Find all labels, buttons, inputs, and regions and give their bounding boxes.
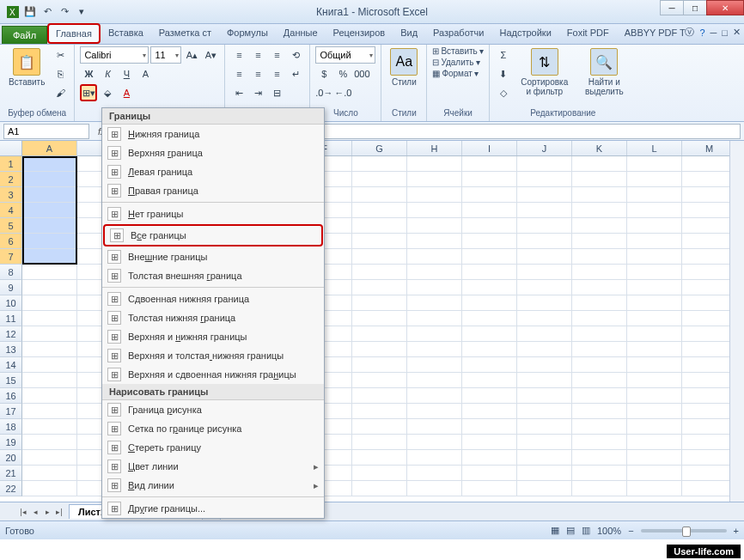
cell[interactable]	[627, 388, 682, 404]
cell[interactable]	[22, 234, 77, 249]
cell[interactable]	[627, 156, 682, 172]
cell[interactable]	[627, 218, 682, 234]
row-header[interactable]: 12	[0, 326, 22, 342]
row-header[interactable]: 21	[0, 466, 22, 481]
insert-cells-button[interactable]: ⊞ Вставить ▾	[432, 46, 483, 56]
cell[interactable]	[627, 326, 682, 342]
sort-filter-button[interactable]: ⇅ Сортировка и фильтр	[515, 46, 574, 98]
cell[interactable]	[517, 435, 572, 450]
row-header[interactable]: 8	[0, 265, 22, 280]
cell[interactable]	[517, 388, 572, 404]
fill-icon[interactable]: ⬇	[495, 65, 512, 82]
orientation-icon[interactable]: ⟲	[287, 46, 304, 64]
ribbon-tab-6[interactable]: Вид	[393, 23, 425, 44]
cell[interactable]	[517, 404, 572, 419]
cell[interactable]	[407, 172, 462, 187]
cell[interactable]	[627, 481, 682, 496]
cell[interactable]	[462, 234, 517, 249]
cell[interactable]	[352, 357, 407, 373]
cell[interactable]	[352, 156, 407, 172]
cell[interactable]	[572, 234, 627, 249]
cell[interactable]	[462, 265, 517, 280]
border-menu-item[interactable]: ⊞Внешние границы	[102, 247, 324, 266]
zoom-slider[interactable]	[641, 529, 727, 533]
cell[interactable]	[352, 419, 407, 435]
cell[interactable]	[517, 466, 572, 481]
row-header[interactable]: 5	[0, 218, 22, 234]
cell[interactable]	[462, 435, 517, 450]
redo-icon[interactable]: ↷	[57, 4, 72, 20]
border-menu-item[interactable]: ⊞Сетка по границе рисунка	[102, 419, 324, 438]
cell[interactable]	[517, 373, 572, 388]
cell[interactable]	[462, 388, 517, 404]
comma-icon[interactable]: 000	[353, 65, 370, 82]
cell[interactable]	[407, 466, 462, 481]
minimize-button[interactable]: ─	[660, 0, 684, 15]
cell[interactable]	[22, 311, 77, 326]
cell[interactable]	[352, 249, 407, 265]
row-header[interactable]: 3	[0, 187, 22, 203]
ribbon-tab-3[interactable]: Формулы	[219, 23, 276, 44]
ribbon-tab-9[interactable]: Foxit PDF	[559, 23, 617, 44]
border-menu-item[interactable]: ⊞Нет границы	[102, 204, 324, 223]
row-header[interactable]: 14	[0, 357, 22, 373]
font-extra-icon[interactable]: A	[137, 65, 154, 82]
row-header[interactable]: 1	[0, 156, 22, 172]
cell[interactable]	[352, 234, 407, 249]
cell[interactable]	[462, 249, 517, 265]
cell[interactable]	[22, 342, 77, 357]
zoom-level[interactable]: 100%	[597, 526, 621, 536]
border-menu-item[interactable]: ⊞Сдвоенная нижняя граница	[102, 289, 324, 308]
cell[interactable]	[352, 295, 407, 311]
border-menu-item[interactable]: ⊞Стереть границу	[102, 438, 324, 457]
cell[interactable]	[517, 218, 572, 234]
copy-icon[interactable]: ⎘	[52, 65, 69, 82]
align-bottom-icon[interactable]: ≡	[268, 46, 285, 64]
font-name-combo[interactable]: Calibri	[80, 46, 149, 64]
cell[interactable]	[627, 435, 682, 450]
cell[interactable]	[572, 280, 627, 295]
cell[interactable]	[407, 311, 462, 326]
cell[interactable]	[407, 187, 462, 203]
cell[interactable]	[627, 187, 682, 203]
ribbon-tab-10[interactable]: ABBYY PDF T	[617, 23, 693, 44]
border-menu-item[interactable]: ⊞Нижняя граница	[102, 125, 324, 143]
cell[interactable]	[517, 187, 572, 203]
merge-icon[interactable]: ⊟	[268, 84, 285, 101]
cell[interactable]	[572, 311, 627, 326]
row-header[interactable]: 10	[0, 295, 22, 311]
ribbon-tab-5[interactable]: Рецензиров	[326, 23, 393, 44]
row-header[interactable]: 4	[0, 203, 22, 218]
cell[interactable]	[462, 342, 517, 357]
row-header[interactable]: 20	[0, 450, 22, 466]
cell[interactable]	[352, 265, 407, 280]
border-menu-item[interactable]: ⊞Толстая нижняя граница	[102, 308, 324, 327]
excel-icon[interactable]: X	[5, 4, 21, 20]
cell[interactable]	[352, 435, 407, 450]
mdi-restore-icon[interactable]: □	[722, 27, 728, 38]
cell[interactable]	[22, 388, 77, 404]
cell[interactable]	[407, 435, 462, 450]
cell[interactable]	[22, 280, 77, 295]
cell[interactable]	[462, 357, 517, 373]
cell[interactable]	[22, 373, 77, 388]
cell[interactable]	[462, 295, 517, 311]
increase-indent-icon[interactable]: ⇥	[249, 84, 266, 101]
row-header[interactable]: 15	[0, 373, 22, 388]
border-menu-item[interactable]: ⊞Цвет линии	[102, 457, 324, 476]
cell[interactable]	[517, 156, 572, 172]
cell[interactable]	[517, 481, 572, 496]
align-right-icon[interactable]: ≡	[268, 65, 285, 82]
cell[interactable]	[627, 404, 682, 419]
ribbon-minimize-icon[interactable]: ⓥ	[685, 26, 694, 39]
border-menu-item[interactable]: ⊞Другие границы...	[102, 499, 324, 518]
cell[interactable]	[22, 481, 77, 496]
cell[interactable]	[22, 218, 77, 234]
cell[interactable]	[572, 435, 627, 450]
cell[interactable]	[22, 203, 77, 218]
cell[interactable]	[572, 373, 627, 388]
decrease-indent-icon[interactable]: ⇤	[230, 84, 247, 101]
maximize-button[interactable]: □	[683, 0, 707, 15]
name-box[interactable]: A1	[3, 124, 89, 139]
cell[interactable]	[462, 218, 517, 234]
